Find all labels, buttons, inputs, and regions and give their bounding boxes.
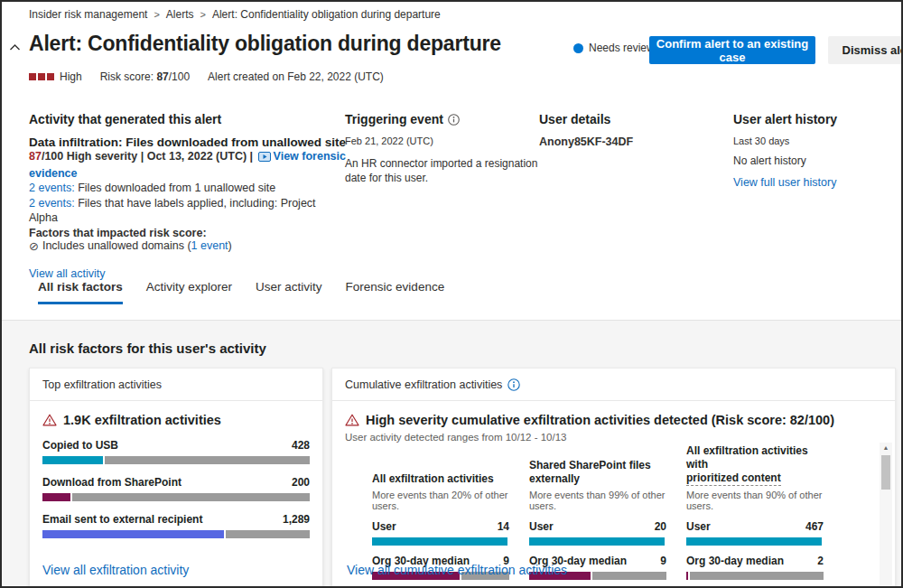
percentile-comparison: More events than 20% of other users. — [372, 490, 509, 511]
alert-meta-row: High Risk score: 87/100 Alert created on… — [29, 70, 384, 83]
triggering-event-section: Triggering event Feb 21, 2022 (UTC) An H… — [345, 112, 560, 185]
tab-forensic-evidence[interactable]: Forensic evidence — [346, 280, 445, 304]
cumulative-card-header: Cumulative exfiltration activities — [345, 378, 502, 391]
risk-section-heading: All risk factors for this user's activit… — [29, 341, 266, 356]
collapse-header-button[interactable] — [6, 39, 23, 55]
bar-label: Email sent to external recipient — [42, 513, 202, 526]
view-all-cumulative-link[interactable]: View all cumulative exfiltration activit… — [347, 563, 567, 577]
card-scrollbar[interactable]: ▲ ▼ — [880, 443, 892, 588]
risk-factor-line: ⊘ Includes unallowed domains (1 event) — [29, 239, 347, 253]
triggering-event-date: Feb 21, 2022 (UTC) — [345, 135, 560, 146]
scroll-down-icon[interactable]: ▼ — [883, 583, 889, 588]
cumulative-metric-column: All exfiltration activities withprioriti… — [686, 455, 824, 580]
warning-triangle-icon — [42, 414, 57, 426]
percentile-comparison: More events than 90% of other users. — [686, 490, 824, 511]
exfiltration-bar-row: Copied to USB428 — [42, 439, 310, 464]
info-icon[interactable] — [448, 114, 460, 126]
breadcrumb-current: Alert: Confidentiality obligation during… — [212, 8, 441, 21]
cumulative-exfiltration-card: Cumulative exfiltration activities High … — [331, 368, 896, 588]
cumulative-metric-column: Shared SharePoint files externally More … — [529, 455, 666, 580]
user-alert-history-section: User alert history Last 30 days No alert… — [733, 112, 896, 190]
scrollbar-thumb[interactable] — [881, 455, 890, 490]
history-period: Last 30 days — [733, 135, 896, 146]
user-bar — [686, 537, 824, 546]
view-all-activity-link[interactable]: View all activity — [29, 267, 106, 280]
user-metric: User14 — [372, 520, 509, 546]
exfiltration-bar-row: Download from SharePoint200 — [42, 476, 310, 501]
risk-factors-section: All risk factors for this user's activit… — [2, 320, 901, 588]
alert-created-date: Alert created on Feb 22, 2022 (UTC) — [208, 70, 384, 83]
risk-score: Risk score: 87/100 — [100, 70, 190, 83]
factor-event-link[interactable]: 1 event — [191, 239, 228, 252]
breadcrumb-separator-icon: > — [154, 9, 159, 20]
tab-activity-explorer[interactable]: Activity explorer — [146, 280, 232, 304]
user-bar — [372, 537, 509, 546]
cumulative-card-headline: High severity cumulative exfiltration ac… — [345, 413, 882, 427]
exfiltration-bar-row: Email sent to external recipient1,289 — [42, 513, 310, 538]
info-icon[interactable] — [507, 378, 520, 391]
user-metric: User467 — [686, 520, 824, 546]
breadcrumb: Insider risk management > Alerts > Alert… — [29, 8, 441, 21]
external-email-bar — [42, 530, 310, 538]
user-details-heading: User details — [539, 112, 715, 126]
scroll-up-icon[interactable]: ▲ — [883, 443, 889, 453]
bar-label: Copied to USB — [42, 439, 118, 452]
view-full-user-history-link[interactable]: View full user history — [733, 176, 836, 189]
severity-indicator: High — [29, 70, 82, 83]
bar-value: 428 — [292, 439, 310, 452]
tab-all-risk-factors[interactable]: All risk factors — [38, 280, 123, 304]
bar-value: 200 — [292, 476, 310, 489]
view-all-exfiltration-link[interactable]: View all exfiltration activity — [42, 563, 189, 577]
activity-section: Activity that generated this alert Data … — [29, 112, 347, 281]
tooltip-term[interactable]: prioritized content — [686, 471, 781, 486]
activity-score-line: 87/100 High severity | Oct 13, 2022 (UTC… — [29, 149, 347, 181]
top-exfiltration-card: Top exfiltration activities 1.9K exfiltr… — [29, 368, 323, 588]
top-card-headline: 1.9K exfiltration activities — [42, 413, 310, 427]
forensic-evidence-icon — [258, 151, 271, 166]
confirm-alert-button[interactable]: Confirm alert to an existing case — [649, 36, 815, 64]
insider-risk-alert-page: Insider risk management > Alerts > Alert… — [0, 0, 903, 588]
activity-title: Data infiltration: Files downloaded from… — [29, 135, 347, 149]
needs-review-dot-icon — [573, 43, 583, 53]
breadcrumb-alerts[interactable]: Alerts — [166, 8, 194, 21]
cumulative-columns: All exfiltration activities More events … — [372, 455, 882, 580]
triggering-event-description: An HR connector imported a resignation d… — [345, 156, 560, 185]
triggering-event-heading: Triggering event — [345, 112, 443, 126]
activity-date-range: User activity detected ranges from 10/12… — [345, 432, 882, 443]
activity-event-line: 2 events: Files that have labels applied… — [29, 196, 347, 226]
tab-bar: All risk factors Activity explorer User … — [38, 280, 444, 304]
cumulative-metric-column: All exfiltration activities More events … — [372, 455, 509, 580]
severity-label: High — [60, 70, 82, 83]
top-card-header: Top exfiltration activities — [30, 369, 322, 401]
usb-copy-bar — [42, 456, 310, 464]
median-metric: Org 30-day median2 — [686, 555, 824, 580]
chevron-up-icon — [9, 39, 21, 55]
bar-value: 1,289 — [283, 513, 310, 526]
events-link[interactable]: 2 events: — [29, 197, 75, 210]
activity-event-line: 2 events: Files downloaded from 1 unallo… — [29, 181, 347, 196]
user-bar — [529, 537, 666, 546]
page-title: Alert: Confidentiality obligation during… — [29, 32, 501, 56]
sharepoint-download-bar — [42, 493, 310, 501]
history-status: No alert history — [733, 154, 896, 167]
median-bar — [686, 572, 824, 580]
severity-squares-icon — [29, 73, 54, 80]
bar-label: Download from SharePoint — [42, 476, 182, 489]
breadcrumb-separator-icon: > — [200, 9, 206, 20]
tab-user-activity[interactable]: User activity — [256, 280, 322, 304]
status-badge: Needs review — [573, 42, 655, 54]
dismiss-alert-button[interactable]: Dismiss alert — [828, 36, 903, 64]
breadcrumb-insider-risk[interactable]: Insider risk management — [29, 8, 147, 21]
activity-heading: Activity that generated this alert — [29, 112, 347, 126]
events-link[interactable]: 2 events: — [29, 182, 75, 194]
status-label: Needs review — [589, 42, 655, 54]
warning-triangle-icon — [345, 414, 359, 426]
factors-heading: Factors that impacted risk score: — [29, 227, 347, 239]
percentile-comparison: More events than 99% of other users. — [529, 490, 666, 511]
user-details-section: User details Anony85KF-34DF — [539, 112, 715, 148]
blocked-domain-icon: ⊘ — [29, 239, 39, 253]
user-metric: User20 — [529, 520, 666, 546]
anonymized-username: Anony85KF-34DF — [539, 135, 715, 148]
user-alert-history-heading: User alert history — [733, 112, 896, 126]
